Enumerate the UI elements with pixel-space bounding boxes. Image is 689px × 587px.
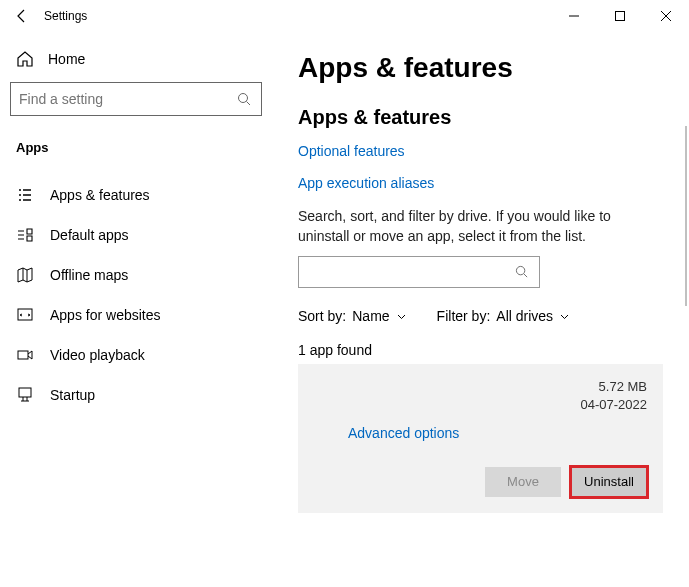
sidebar-home[interactable]: Home [10, 40, 262, 82]
minimize-button[interactable] [551, 0, 597, 32]
filter-by-dropdown[interactable]: All drives [496, 308, 570, 324]
main-content: Apps & features Apps & features Optional… [272, 32, 689, 587]
app-date: 04-07-2022 [581, 396, 648, 414]
sidebar-item-apps-features[interactable]: Apps & features [10, 175, 262, 215]
list-icon [16, 186, 34, 204]
description-text: Search, sort, and filter by drive. If yo… [298, 207, 663, 246]
section-heading: Apps & features [298, 106, 663, 129]
maximize-icon [615, 11, 625, 21]
app-search-input[interactable] [307, 265, 513, 280]
optional-features-link[interactable]: Optional features [298, 143, 663, 159]
sidebar-item-label: Offline maps [50, 267, 128, 283]
back-button[interactable] [0, 0, 44, 32]
close-icon [661, 11, 671, 21]
search-icon [513, 263, 531, 281]
sidebar-item-offline-maps[interactable]: Offline maps [10, 255, 262, 295]
map-icon [16, 266, 34, 284]
chevron-down-icon [559, 311, 570, 322]
apps-websites-icon [16, 306, 34, 324]
home-icon [16, 50, 34, 68]
sidebar-section-label: Apps [10, 136, 262, 175]
app-execution-aliases-link[interactable]: App execution aliases [298, 175, 663, 191]
sidebar-item-default-apps[interactable]: Default apps [10, 215, 262, 255]
sidebar-home-label: Home [48, 51, 85, 67]
find-setting-search[interactable] [10, 82, 262, 116]
search-icon [235, 90, 253, 108]
svg-rect-6 [19, 388, 31, 397]
sort-by-value: Name [352, 308, 389, 324]
advanced-options-link[interactable]: Advanced options [348, 425, 459, 441]
filter-by-value: All drives [496, 308, 553, 324]
app-count: 1 app found [298, 342, 663, 358]
sidebar-item-label: Startup [50, 387, 95, 403]
sidebar: Home Apps Apps & features Default apps O… [0, 32, 272, 587]
sort-by-label: Sort by: [298, 308, 346, 324]
uninstall-button[interactable]: Uninstall [571, 467, 647, 497]
minimize-icon [569, 11, 579, 21]
chevron-down-icon [396, 311, 407, 322]
svg-line-8 [524, 274, 527, 277]
sidebar-item-label: Video playback [50, 347, 145, 363]
maximize-button[interactable] [597, 0, 643, 32]
sidebar-item-label: Default apps [50, 227, 129, 243]
svg-point-7 [516, 267, 524, 275]
startup-icon [16, 386, 34, 404]
default-apps-icon [16, 226, 34, 244]
app-list-item[interactable]: 5.72 MB 04-07-2022 Advanced options Move… [298, 364, 663, 512]
page-title: Apps & features [298, 52, 663, 84]
window-title: Settings [44, 9, 87, 23]
filter-by-label: Filter by: [437, 308, 491, 324]
svg-line-3 [246, 101, 250, 105]
app-size: 5.72 MB [581, 378, 648, 396]
sidebar-item-apps-websites[interactable]: Apps for websites [10, 295, 262, 335]
svg-point-2 [238, 93, 247, 102]
close-button[interactable] [643, 0, 689, 32]
sort-by-dropdown[interactable]: Name [352, 308, 406, 324]
arrow-left-icon [14, 8, 30, 24]
move-button: Move [485, 467, 561, 497]
sidebar-item-label: Apps & features [50, 187, 150, 203]
sidebar-item-label: Apps for websites [50, 307, 161, 323]
svg-rect-1 [616, 12, 625, 21]
video-icon [16, 346, 34, 364]
app-search[interactable] [298, 256, 540, 288]
sidebar-item-video-playback[interactable]: Video playback [10, 335, 262, 375]
scrollbar[interactable] [685, 126, 687, 306]
find-setting-input[interactable] [19, 91, 235, 107]
svg-rect-5 [18, 351, 28, 359]
sidebar-item-startup[interactable]: Startup [10, 375, 262, 415]
